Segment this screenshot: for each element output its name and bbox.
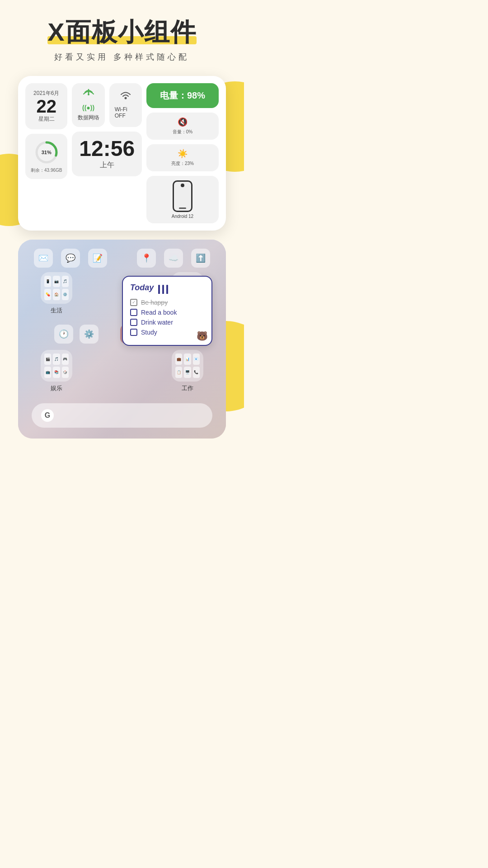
- todo-item-3: Drink water: [130, 319, 204, 326]
- audio-label: 音量：0%: [173, 129, 192, 135]
- storage-remaining: 剩余：43.96GB: [31, 167, 62, 174]
- brightness-label: 亮度：23%: [171, 160, 194, 167]
- folder-ent-label: 娱乐: [51, 384, 62, 392]
- phone-mockup: [173, 180, 192, 212]
- todo-text-4: Study: [141, 329, 157, 336]
- mini-icon: 🎵: [62, 276, 69, 287]
- mini-icon: 🖥️: [184, 367, 191, 378]
- mini-icon: 🎵: [53, 354, 60, 365]
- mini-icon: 📋: [175, 367, 182, 378]
- svg-text:G: G: [45, 411, 50, 419]
- todo-text-2: Read a book: [141, 309, 177, 316]
- phone-notch: [181, 184, 184, 187]
- app-icon-upload[interactable]: ⬆️: [191, 249, 210, 268]
- todo-checkbox-4[interactable]: [130, 329, 137, 336]
- svg-point-3: [88, 94, 89, 95]
- folder-life[interactable]: 📱 📷 🎵 💊 🏠 ⚙️ 生活: [41, 272, 72, 315]
- todo-text-3: Drink water: [141, 319, 173, 326]
- todo-item-1: ✓ Be happy: [130, 299, 204, 306]
- mini-icon: 🏠: [53, 289, 60, 300]
- svg-point-4: [124, 97, 127, 99]
- storage-cell: 31% 剩余：43.96GB: [25, 134, 67, 179]
- storage-ring: 31%: [33, 139, 60, 165]
- audio-cell: 🔇 音量：0%: [146, 113, 219, 140]
- date-day: 22: [36, 97, 56, 115]
- google-search-bar[interactable]: G: [32, 403, 212, 428]
- date-weekday: 星期二: [38, 115, 55, 123]
- todo-item-4: Study: [130, 329, 204, 336]
- app-icon-clock[interactable]: 🕐: [54, 325, 73, 344]
- mini-icon: 💊: [44, 289, 51, 300]
- widget-col2: ((●)) 数据网络 Wi-Fi OFF 12:56 上午: [72, 83, 142, 223]
- app-icon-weather[interactable]: ☁️: [164, 249, 183, 268]
- mini-icon: 📊: [184, 354, 191, 365]
- phone-home-bar: [179, 208, 186, 209]
- audio-icon: 🔇: [178, 117, 188, 127]
- ring3: [166, 285, 168, 294]
- todo-checkbox-2[interactable]: [130, 309, 137, 316]
- mini-icon: 💼: [175, 354, 182, 365]
- battery-label: 电量：98%: [160, 90, 205, 102]
- top-app-icons: ✉️ 💬 📝 📍 ☁️ ⬆️: [18, 240, 226, 268]
- folder-life-label: 生活: [51, 307, 62, 315]
- mini-icon: 📷: [53, 276, 60, 287]
- brightness-icon: ☀️: [178, 149, 188, 159]
- mini-icon: 🎮: [62, 354, 69, 365]
- folder-life-grid: 📱 📷 🎵 💊 🏠 ⚙️: [41, 272, 72, 304]
- network-icon: [82, 89, 95, 101]
- clock-cell: 12:56 上午: [72, 132, 142, 176]
- app-icon-doc[interactable]: 📝: [88, 249, 107, 268]
- page-title: X面板小组件: [47, 18, 196, 46]
- todo-item-2: Read a book: [130, 309, 204, 316]
- battery-cell: 电量：98%: [146, 83, 219, 108]
- clock-period: 上午: [100, 160, 114, 170]
- todo-bear-icon: 🐻: [197, 330, 208, 341]
- mini-icon: 📚: [53, 367, 60, 378]
- todo-text-1: Be happy: [141, 299, 168, 306]
- todo-checkbox-1[interactable]: ✓: [130, 299, 137, 306]
- mini-icon: ⚙️: [62, 289, 69, 300]
- mini-icon: 📱: [44, 276, 51, 287]
- mini-icon: 📧: [193, 354, 200, 365]
- app-icon-settings2[interactable]: ⚙️: [80, 325, 99, 344]
- ring2: [162, 285, 164, 294]
- folder-entertainment[interactable]: 🎬 🎵 🎮 📺 📚 🎲 娱乐: [41, 350, 72, 392]
- mini-icon: 📞: [193, 367, 200, 378]
- brightness-cell: ☀️ 亮度：23%: [146, 144, 219, 171]
- header: X面板小组件 好看又实用 多种样式随心配: [0, 18, 244, 62]
- subtitle: 好看又实用 多种样式随心配: [0, 52, 244, 62]
- mini-icon: 📺: [44, 367, 51, 378]
- phone-label: Android 12: [172, 214, 193, 219]
- clock-time: 12:56: [79, 138, 135, 160]
- folders-row2: 🎬 🎵 🎮 📺 📚 🎲 娱乐 💼 📊 📧 📋 🖥️ 📞 工作: [18, 344, 226, 399]
- folder-ent-grid: 🎬 🎵 🎮 📺 📚 🎲: [41, 350, 72, 382]
- mini-icon: 🎲: [62, 367, 69, 378]
- network-label: 数据网络: [78, 114, 99, 122]
- phone-screen: ✉️ 💬 📝 📍 ☁️ ⬆️ 📱 📷 🎵 💊 🏠 ⚙️ 生活 ✈️ 🗺️ 🏨: [18, 240, 226, 439]
- todo-widget: Today ✓ Be happy Read a book Drink water: [122, 276, 212, 346]
- widget-card: 2021年6月 22 星期二 31% 剩余：43.96GB: [18, 76, 226, 231]
- wifi-icon: [119, 91, 132, 104]
- wifi-label: Wi-Fi OFF: [115, 106, 136, 119]
- folder-work-grid: 💼 📊 📧 📋 🖥️ 📞: [172, 350, 203, 382]
- todo-checkbox-3[interactable]: [130, 319, 137, 326]
- wifi-cell: Wi-Fi OFF: [109, 83, 142, 127]
- storage-percent: 31%: [42, 150, 52, 155]
- folder-work-label: 工作: [182, 384, 193, 392]
- widget-col3: 电量：98% 🔇 音量：0% ☀️ 亮度：23% Android 12: [146, 83, 219, 223]
- todo-title: Today: [130, 283, 154, 292]
- ring1: [158, 285, 160, 294]
- google-logo: G: [41, 409, 54, 422]
- mini-icon: 🎬: [44, 354, 51, 365]
- network-cell: ((●)) 数据网络: [72, 83, 104, 127]
- phone-mockup-cell: Android 12: [146, 176, 219, 223]
- date-cell: 2021年6月 22 星期二: [25, 83, 67, 129]
- folder-work[interactable]: 💼 📊 📧 📋 🖥️ 📞 工作: [172, 350, 203, 392]
- app-icon-mail[interactable]: ✉️: [34, 249, 53, 268]
- network-wifi-row: ((●)) 数据网络 Wi-Fi OFF: [72, 83, 142, 127]
- widget-col1: 2021年6月 22 星期二 31% 剩余：43.96GB: [25, 83, 67, 223]
- app-icon-message[interactable]: 💬: [61, 249, 80, 268]
- app-icon-map[interactable]: 📍: [137, 249, 156, 268]
